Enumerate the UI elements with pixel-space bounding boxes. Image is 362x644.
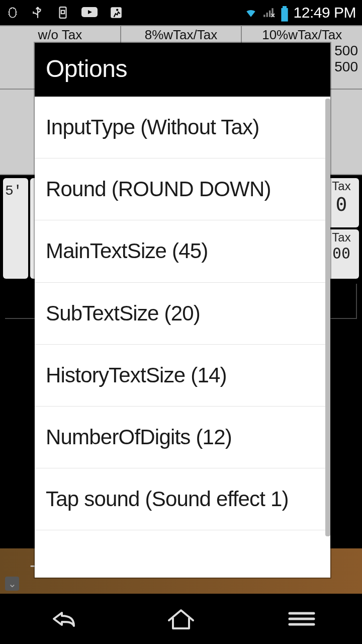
usb-icon xyxy=(31,6,44,19)
status-left-icons xyxy=(6,6,123,19)
option-round[interactable]: Round (ROUND DOWN) xyxy=(35,158,330,220)
scrollbar-thumb[interactable] xyxy=(325,99,330,536)
option-history-text-size[interactable]: HistoryTextSize (14) xyxy=(35,345,330,407)
home-button[interactable] xyxy=(151,604,211,634)
signal-icon xyxy=(262,6,276,19)
phone-card-icon xyxy=(56,6,69,19)
running-app-icon xyxy=(110,6,123,19)
option-number-of-digits[interactable]: NumberOfDigits (12) xyxy=(35,407,330,468)
tax-col-head: w/o Tax xyxy=(0,26,120,43)
chevron-down-icon: ⌄ xyxy=(5,577,19,591)
options-dialog: Options InputType (Without Tax) Round (R… xyxy=(35,43,330,578)
option-sub-text-size[interactable]: SubTextSize (20) xyxy=(35,283,330,345)
svg-rect-2 xyxy=(60,7,66,18)
status-bar: 12:49 PM xyxy=(0,0,362,25)
option-main-text-size[interactable]: MainTextSize (45) xyxy=(35,220,330,282)
back-button[interactable] xyxy=(30,604,90,634)
wifi-icon xyxy=(244,6,257,19)
svg-point-6 xyxy=(116,9,118,11)
svg-rect-7 xyxy=(281,8,288,22)
dialog-title: Options xyxy=(35,43,330,97)
clock-text: 12:49 PM xyxy=(294,4,356,21)
svg-rect-3 xyxy=(61,11,65,14)
svg-point-1 xyxy=(14,10,15,11)
option-input-type[interactable]: InputType (Without Tax) xyxy=(35,97,330,158)
android-debug-icon xyxy=(6,6,19,19)
battery-icon xyxy=(281,6,289,19)
tax-col-head: 8%wTax/Tax xyxy=(121,26,241,43)
svg-rect-5 xyxy=(111,7,122,18)
options-list[interactable]: InputType (Without Tax) Round (ROUND DOW… xyxy=(35,97,330,578)
status-right-icons: 12:49 PM xyxy=(244,4,356,21)
svg-point-0 xyxy=(11,10,12,11)
navigation-bar xyxy=(0,594,362,644)
history-display: 5' xyxy=(3,178,28,279)
tax-col-head: 10%wTax/Tax xyxy=(242,26,362,43)
menu-button[interactable] xyxy=(272,604,332,634)
youtube-icon xyxy=(81,6,98,19)
option-tap-sound[interactable]: Tap sound (Sound effect 1) xyxy=(35,468,330,530)
svg-rect-8 xyxy=(283,6,287,8)
